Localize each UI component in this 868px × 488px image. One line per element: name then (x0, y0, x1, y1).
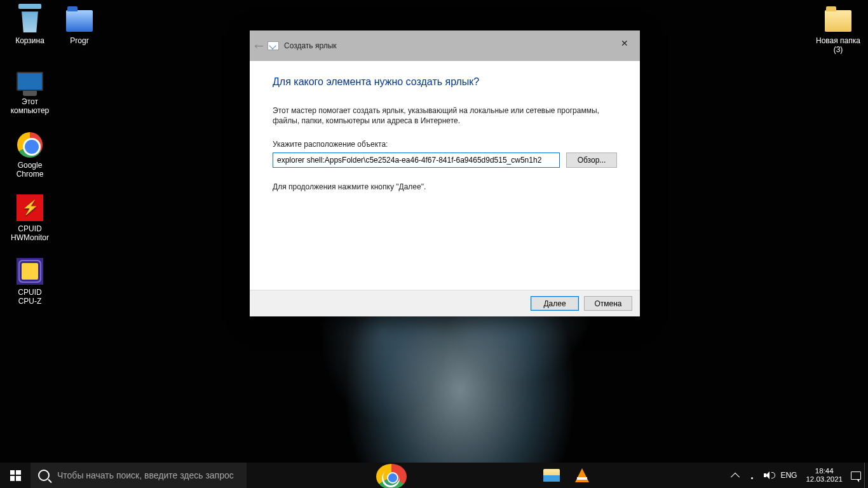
system-tray: ENG 18:4412.03.2021 (727, 463, 868, 488)
file-explorer-icon (543, 469, 560, 482)
tray-language[interactable]: ENG (776, 463, 801, 488)
taskbar-app-explorer[interactable] (536, 463, 567, 488)
next-button[interactable]: Далее (531, 296, 579, 311)
tray-volume[interactable] (760, 463, 776, 488)
desktop-icon-hwmonitor[interactable]: ⚡ CPUIDHWMonitor (5, 192, 55, 242)
desktop-icon-cpuz[interactable]: CPUIDCPU-Z (5, 255, 55, 306)
chrome-icon (383, 468, 400, 485)
create-shortcut-dialog: 🡐 Создать ярлык ✕ Для какого элемента ну… (250, 30, 640, 316)
desktop-icon-new-folder[interactable]: Новая папка(3) (813, 4, 863, 54)
taskbar-app-chrome[interactable] (376, 464, 407, 489)
dialog-footer: Далее Отмена (250, 290, 640, 316)
tray-clock[interactable]: 18:4412.03.2021 (801, 467, 848, 484)
desktop-icon-this-pc[interactable]: Этоткомпьютер (5, 65, 55, 115)
close-button[interactable]: ✕ (609, 30, 640, 56)
taskbar-app-vlc[interactable] (567, 463, 597, 488)
speaker-icon (764, 471, 773, 479)
tray-network[interactable] (743, 463, 760, 488)
folder-icon (64, 4, 95, 34)
desktop-icon-progr[interactable]: Progr (55, 4, 104, 45)
icon-label: Корзина (5, 36, 55, 45)
chrome-icon (15, 128, 45, 159)
location-row: Обзор... (273, 152, 617, 168)
desktop-icon-chrome[interactable]: GoogleChrome (5, 128, 55, 179)
dialog-title: Создать ярлык (284, 41, 337, 50)
icon-label: GoogleChrome (5, 161, 55, 179)
location-input[interactable] (273, 152, 560, 168)
wifi-icon (747, 471, 757, 479)
desktop-icon-recycle-bin[interactable]: Корзина (5, 4, 55, 45)
dialog-titlebar[interactable]: 🡐 Создать ярлык ✕ (250, 30, 640, 61)
dialog-heading: Для какого элемента нужно создать ярлык? (273, 76, 617, 88)
back-button[interactable]: 🡐 (250, 41, 268, 51)
search-placeholder: Чтобы начать поиск, введите здесь запрос (57, 470, 234, 480)
show-desktop-button[interactable] (864, 463, 868, 488)
tray-notifications[interactable] (848, 463, 864, 488)
chevron-up-icon (731, 473, 740, 482)
vlc-icon (575, 468, 589, 482)
computer-icon (15, 65, 45, 95)
start-button[interactable] (0, 463, 31, 488)
windows-logo-icon (10, 470, 21, 481)
dialog-body: Для какого элемента нужно создать ярлык?… (250, 61, 640, 290)
taskbar: Чтобы начать поиск, введите здесь запрос… (0, 463, 868, 488)
tray-overflow-button[interactable] (727, 463, 743, 488)
notification-icon (851, 471, 861, 480)
location-label: Укажите расположение объекта: (273, 140, 617, 149)
icon-label: CPUIDCPU-Z (5, 288, 55, 306)
dialog-intro: Этот мастер помогает создать ярлык, указ… (273, 105, 617, 126)
cancel-button[interactable]: Отмена (584, 296, 632, 311)
hwmonitor-icon: ⚡ (15, 192, 45, 222)
browse-button[interactable]: Обзор... (566, 152, 617, 168)
icon-label: Progr (55, 36, 104, 45)
continue-hint: Для продолжения нажмите кнопку "Далее". (273, 182, 617, 192)
folder-icon (823, 4, 853, 34)
icon-label: CPUIDHWMonitor (5, 224, 55, 242)
search-icon (38, 470, 50, 481)
recycle-bin-icon (15, 4, 45, 34)
shortcut-icon (268, 41, 279, 50)
cpuz-icon (15, 255, 45, 286)
search-box[interactable]: Чтобы начать поиск, введите здесь запрос (31, 463, 247, 488)
icon-label: Новая папка(3) (813, 36, 863, 54)
icon-label: Этоткомпьютер (5, 97, 55, 115)
